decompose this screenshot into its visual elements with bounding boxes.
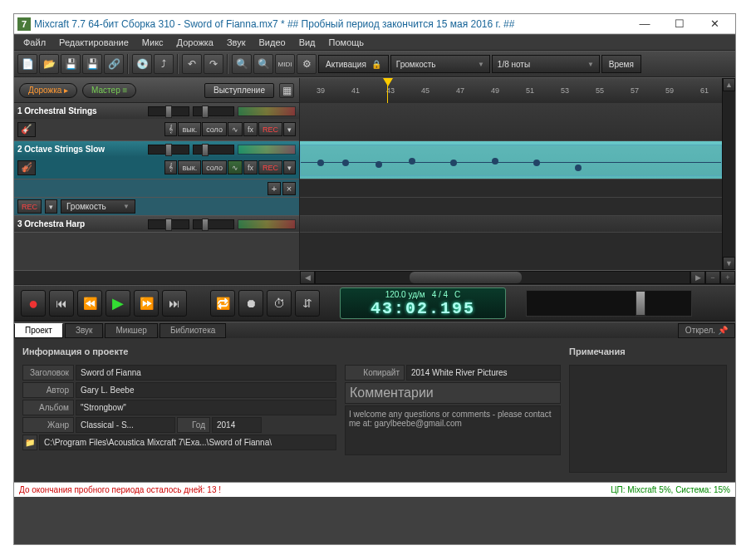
share-button[interactable]: 🔗 <box>104 54 124 74</box>
tab-library[interactable]: Библиотека <box>160 323 226 338</box>
automation-button[interactable]: ∿ <box>228 160 243 174</box>
punch-button[interactable]: ⏺ <box>238 290 263 317</box>
scroll-left-button[interactable]: ◀ <box>300 271 315 284</box>
vol-slider[interactable] <box>193 106 234 116</box>
menu-track[interactable]: Дорожка <box>171 36 219 49</box>
loop-button[interactable]: 🔁 <box>210 290 235 317</box>
tab-project[interactable]: Проект <box>14 323 63 338</box>
scroll-down-button[interactable]: ▼ <box>723 257 735 270</box>
menu-edit[interactable]: Редактирование <box>53 36 135 49</box>
menu-mix[interactable]: Микс <box>136 36 169 49</box>
track-row[interactable]: 2 Octave Strings Slow 🎻 𝄞 вык. соло ∿ fx… <box>14 141 299 179</box>
performance-button[interactable]: Выступление <box>204 83 274 98</box>
notes-textarea[interactable] <box>569 365 727 473</box>
playhead-flag[interactable] <box>383 78 393 86</box>
mode-button[interactable]: ⇵ <box>295 290 320 317</box>
zoom-in-h-button[interactable]: + <box>720 271 735 284</box>
redo-button[interactable]: ↷ <box>204 54 223 74</box>
menu-sound[interactable]: Звук <box>221 36 252 49</box>
snap-dropdown[interactable]: 1/8 ноты▼ <box>492 55 600 73</box>
solo-button[interactable]: соло <box>202 122 227 136</box>
automation-dropdown[interactable]: Громкость▼ <box>390 55 490 73</box>
menu-help[interactable]: Помощь <box>323 36 371 49</box>
folder-icon[interactable]: 📁 <box>22 435 37 450</box>
rec-automation-button[interactable]: REC <box>17 199 42 214</box>
timeline-track[interactable] <box>300 141 722 179</box>
timeline-automation-lane[interactable] <box>300 198 722 216</box>
field-path[interactable]: C:\Program Files\Acoustica Mixcraft 7\Ex… <box>39 435 336 450</box>
menu-file[interactable]: Файл <box>17 36 52 49</box>
settings-button[interactable]: ⚙ <box>297 54 317 74</box>
automation-line[interactable] <box>301 162 721 163</box>
forward-button[interactable]: ⏩ <box>134 290 159 317</box>
save-button[interactable]: 💾 <box>61 54 81 74</box>
piano-roll-button[interactable]: 𝄞 <box>164 160 177 174</box>
scroll-right-button[interactable]: ▶ <box>690 271 705 284</box>
automation-button[interactable]: ∿ <box>228 122 243 136</box>
automation-param-dropdown[interactable]: Громкость▼ <box>61 199 135 214</box>
field-genre[interactable]: Classical - S... <box>76 417 175 433</box>
forward-end-button[interactable]: ⏭ <box>162 290 187 317</box>
play-button[interactable]: ▶ <box>106 290 130 317</box>
scroll-thumb[interactable] <box>410 272 522 283</box>
new-button[interactable]: 📄 <box>17 54 37 74</box>
rec-menu-button[interactable]: ▾ <box>45 199 57 214</box>
zoom-out-h-button[interactable]: − <box>705 271 720 284</box>
scroll-up-button[interactable]: ▲ <box>723 78 735 91</box>
track-menu-button[interactable]: ▾ <box>283 160 296 174</box>
burn-button[interactable]: 💿 <box>132 54 152 74</box>
mute-button[interactable]: вык. <box>178 122 201 136</box>
pan-slider[interactable] <box>148 219 189 229</box>
metronome-button[interactable]: ⏱ <box>267 290 292 317</box>
activate-button[interactable]: Активация 🔒 <box>318 55 389 73</box>
midi-clip[interactable] <box>300 145 722 176</box>
zoom-in-button[interactable]: 🔍 <box>232 54 252 74</box>
open-button[interactable]: 📂 <box>39 54 59 74</box>
close-button[interactable]: ✕ <box>701 17 728 32</box>
pan-slider[interactable] <box>148 106 189 116</box>
field-author[interactable]: Gary L. Beebe <box>76 382 336 398</box>
minimize-button[interactable]: — <box>631 17 658 32</box>
arm-button[interactable]: REC <box>258 160 282 174</box>
field-year[interactable]: 2014 <box>212 417 262 433</box>
track-row[interactable]: 3 Orchestra Harp <box>14 216 299 233</box>
tab-mixer[interactable]: Микшер <box>105 323 157 338</box>
mute-button[interactable]: вык. <box>178 160 201 174</box>
piano-roll-button[interactable]: 𝄞 <box>164 122 177 136</box>
maximize-button[interactable]: ☐ <box>666 17 693 32</box>
menu-video[interactable]: Видео <box>253 36 292 49</box>
time-display[interactable]: 120.0 уд/м 4 / 4 C 43:02.195 <box>340 287 506 319</box>
track-menu-button[interactable]: ▾ <box>283 122 296 136</box>
track-row[interactable]: 1 Orchestral Strings 🎸 𝄞 вык. соло ∿ fx … <box>14 103 299 141</box>
perf-toggle-button[interactable]: ▦ <box>279 83 294 98</box>
midi-button[interactable]: MIDI <box>275 54 295 74</box>
horizontal-scrollbar[interactable]: ◀ ▶ − + <box>14 270 735 285</box>
vol-slider[interactable] <box>193 145 234 155</box>
rewind-start-button[interactable]: ⏮ <box>49 290 74 317</box>
fx-button[interactable]: fx <box>243 122 258 136</box>
field-title[interactable]: Sword of Fianna <box>76 365 336 381</box>
vol-slider[interactable] <box>193 219 234 229</box>
zoom-out-button[interactable]: 🔍 <box>253 54 273 74</box>
fx-button[interactable]: fx <box>243 160 258 174</box>
detach-button[interactable]: Открел. 📌 <box>678 323 735 338</box>
add-lane-button[interactable]: + <box>268 182 281 195</box>
export-button[interactable]: ⤴ <box>154 54 174 74</box>
timeline-track[interactable] <box>300 103 722 141</box>
undo-button[interactable]: ↶ <box>182 54 202 74</box>
solo-button[interactable]: соло <box>202 160 227 174</box>
timeline-track[interactable] <box>300 216 722 233</box>
field-copyright[interactable]: 2014 White River Pictures <box>406 365 561 381</box>
vertical-scrollbar[interactable]: ▲ ▼ <box>722 78 735 270</box>
del-lane-button[interactable]: × <box>282 182 296 195</box>
track-tab[interactable]: Дорожка ▸ <box>19 83 77 98</box>
pan-slider[interactable] <box>148 145 189 155</box>
time-ruler[interactable]: 39 41 43 45 47 49 51 53 55 57 59 61 <box>300 78 722 103</box>
tab-sound[interactable]: Звук <box>65 323 104 338</box>
save-as-button[interactable]: 💾 <box>82 54 102 74</box>
record-button[interactable]: ● <box>21 290 46 317</box>
master-tab[interactable]: Мастер ≡ <box>82 83 136 98</box>
menu-view[interactable]: Вид <box>293 36 322 49</box>
rewind-button[interactable]: ⏪ <box>77 290 102 317</box>
field-album[interactable]: "Strongbow" <box>76 400 336 415</box>
